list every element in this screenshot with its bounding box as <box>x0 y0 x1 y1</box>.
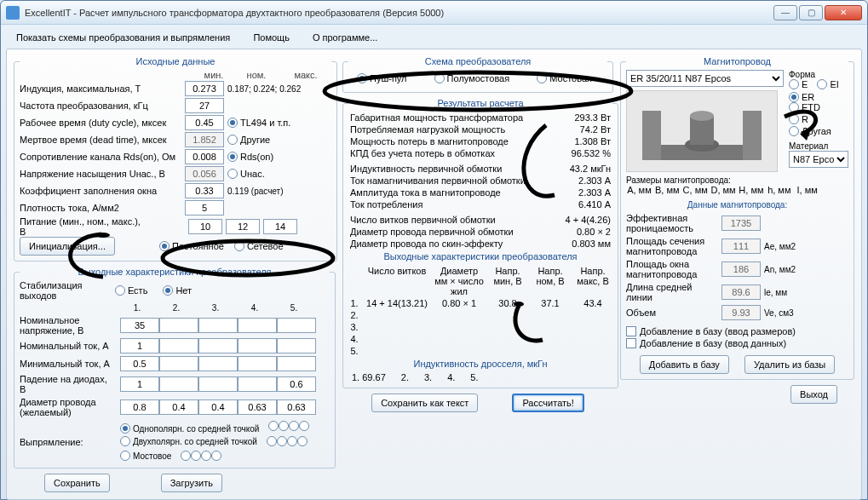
lbl-jcurrent: Плотность тока, А/мм2 <box>20 203 181 213</box>
exit-button[interactable]: Выход <box>790 385 837 404</box>
menubar: Показать схемы преобразования и выпрямле… <box>6 30 862 45</box>
results-group: Результаты расчета Габаритная мощность т… <box>342 98 618 388</box>
inp-duty[interactable] <box>185 115 224 130</box>
val-Imag: 2.303 А <box>551 175 611 186</box>
lbl-bmax: Индукция, максимальная, T <box>20 83 181 94</box>
txt-bmax-range: 0.187; 0.224; 0.262 <box>227 84 301 94</box>
lbl-freq: Частота преобразования, кГц <box>20 101 181 111</box>
lbl-vd: Падение на диодах, В <box>20 374 115 394</box>
close-button[interactable]: ✕ <box>825 5 862 20</box>
svg-rect-2 <box>743 111 762 160</box>
lbl-fillk: Коэффициент заполнения окна <box>20 186 181 196</box>
svg-rect-1 <box>642 111 661 160</box>
val-Lch-1: 1. 69.67 <box>352 372 386 382</box>
inp-wire-0[interactable] <box>120 399 159 415</box>
radio-shape-other[interactable]: Другая <box>789 126 831 136</box>
lbl-supply: Питание (мин., ном., макс.), В <box>20 216 146 237</box>
radio-deadtime-other[interactable]: Другие <box>227 135 270 145</box>
radio-shape-E[interactable]: E <box>789 79 808 89</box>
radio-shape-EI[interactable]: EI <box>817 79 838 89</box>
del-db-button[interactable]: Удалить из базы <box>744 355 835 374</box>
val-Dprim: 0.80 × 2 <box>551 227 611 237</box>
radio-shape-ETD[interactable]: ETD <box>789 102 820 112</box>
lbl-deadtime: Мертвое время (dead time), мксек <box>20 135 181 145</box>
scheme-group: Схема преобразователя Пуш-пул Полумостов… <box>342 56 613 93</box>
lbl-duty: Рабочее время (duty cycle), мксек <box>20 118 181 128</box>
inp-bmax[interactable] <box>185 81 224 96</box>
save-button[interactable]: Сохранить <box>44 474 110 492</box>
app-window: ExcellentIT - Расчет импульсного трансфо… <box>0 0 868 500</box>
radio-stab-no[interactable]: Нет <box>163 285 192 296</box>
menu-help[interactable]: Помощь <box>243 31 300 44</box>
val-Iamp: 2.303 А <box>551 187 611 198</box>
radio-tl494[interactable]: TL494 и т.п. <box>227 118 290 128</box>
inp-jcurrent[interactable] <box>185 200 224 216</box>
radio-rdson[interactable]: Rds(on) <box>227 152 273 162</box>
radio-pushpull[interactable]: Пуш-пул <box>357 73 407 83</box>
radio-rect-2[interactable]: Двухполярн. со средней точкой <box>120 436 257 446</box>
inp-fillk[interactable] <box>185 183 224 198</box>
val-ae <box>721 239 761 254</box>
init-button[interactable]: Инициализация... <box>20 237 115 256</box>
inp-rdson[interactable] <box>185 149 224 164</box>
radio-rect-3[interactable]: Мостовое <box>120 451 171 461</box>
val-Nprim: 4 + 4(4.26) <box>551 215 611 225</box>
lbl-wire: Диаметр провода (желаемый) <box>20 397 115 417</box>
svg-point-5 <box>690 111 714 121</box>
radio-halfbridge[interactable]: Полумостовая <box>434 73 510 83</box>
val-ve <box>721 305 761 320</box>
lbl-vnom: Номинальное напряжение, В <box>20 315 115 336</box>
val-p-load: 74.2 Вт <box>551 124 611 135</box>
lbl-rdson: Сопротивление канала Rds(on), Ом <box>20 152 181 162</box>
inp-wire-1[interactable] <box>159 399 198 415</box>
inp-wire-4[interactable] <box>277 399 316 415</box>
val-p-core: 1.308 Вт <box>551 136 611 147</box>
radio-supply-dc[interactable]: Постоянное <box>159 241 224 251</box>
val-eff-perm <box>721 216 761 231</box>
material-select[interactable]: N87 Epcos <box>789 151 848 168</box>
inp-vd-1[interactable] <box>120 376 159 392</box>
radio-usat[interactable]: Uнас. <box>227 169 265 179</box>
radio-rect-1[interactable]: Однополярн. со средней точкой <box>120 423 259 434</box>
val-Icons: 6.410 А <box>551 199 611 210</box>
chk-add-sizes[interactable]: Добавление в базу (ввод размеров) <box>626 326 796 336</box>
inp-wire-3[interactable] <box>238 399 277 415</box>
inp-supply-max[interactable] <box>263 219 297 234</box>
inp-imin-1[interactable] <box>120 356 159 371</box>
mag-group: Магнитопровод ER 35/20/11 N87 Epcos Форм… <box>620 56 854 380</box>
val-eff: 96.532 % <box>551 148 611 158</box>
radio-supply-ac[interactable]: Сетевое <box>234 241 284 251</box>
chk-add-data[interactable]: Добавление в базу (ввод данных) <box>626 338 786 348</box>
minimize-button[interactable]: — <box>773 5 797 20</box>
radio-fullbridge[interactable]: Мостовая <box>537 73 592 83</box>
main-panel: Исходные данные мин. ном. макс. Индукция… <box>6 49 862 500</box>
radio-stab-yes[interactable]: Есть <box>115 285 147 296</box>
output-char-group: Выходные характеристики преобразователя … <box>14 267 336 468</box>
inp-freq[interactable] <box>185 98 224 113</box>
inp-supply-min[interactable] <box>188 219 222 234</box>
calc-button[interactable]: Рассчитать! <box>512 394 583 412</box>
core-image <box>626 90 778 172</box>
core-select[interactable]: ER 35/20/11 N87 Epcos <box>626 70 784 87</box>
inp-inom-1[interactable] <box>120 338 159 353</box>
lbl-imin: Минимальный ток, А <box>20 359 115 369</box>
radio-shape-R[interactable]: R <box>789 114 808 124</box>
app-icon <box>6 6 20 20</box>
titlebar[interactable]: ExcellentIT - Расчет импульсного трансфо… <box>1 1 867 25</box>
menu-show-schemes[interactable]: Показать схемы преобразования и выпрямле… <box>6 31 240 44</box>
inp-wire-2[interactable] <box>198 399 238 415</box>
menu-about[interactable]: О программе... <box>302 31 388 44</box>
inp-deadtime <box>185 132 224 147</box>
save-text-button[interactable]: Сохранить как текст <box>371 394 478 412</box>
add-db-button[interactable]: Добавить в базу <box>640 355 729 374</box>
radio-shape-ER[interactable]: ER <box>789 92 814 102</box>
inp-vnom-1[interactable] <box>120 318 159 333</box>
lbl-stab: Стабилизация выходов <box>20 280 115 301</box>
out-row-1: 1.14 + 14(13.21)0.80 × 130.837.143.4 <box>348 297 612 309</box>
val-Dskin: 0.803 мм <box>551 239 611 249</box>
load-button[interactable]: Загрузить <box>161 474 222 492</box>
inp-supply-nom[interactable] <box>226 219 260 234</box>
val-L1: 43.2 мкГн <box>551 164 611 174</box>
maximize-button[interactable]: ▢ <box>799 5 823 20</box>
window-title: ExcellentIT - Расчет импульсного трансфо… <box>25 8 773 18</box>
